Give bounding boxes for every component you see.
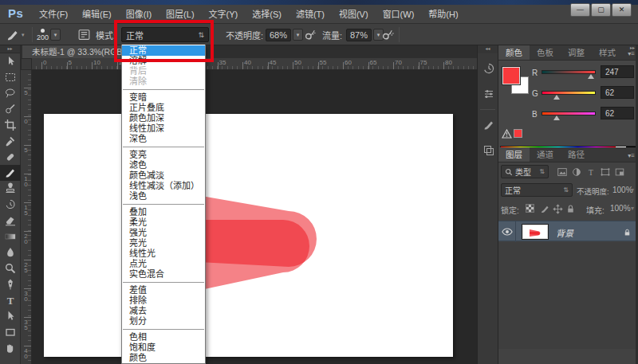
chevron-down-icon[interactable]: ▾	[631, 186, 634, 194]
menu-item-7[interactable]: 视图(V)	[332, 5, 376, 24]
blend-mode-option-强光[interactable]: 强光	[122, 228, 205, 238]
blend-mode-option-色相[interactable]: 色相	[122, 332, 205, 342]
flow-value-well[interactable]: 87%▾	[346, 24, 384, 45]
tool-preset-picker[interactable]: ▾	[6, 24, 25, 45]
hand-tool[interactable]	[0, 340, 21, 356]
blend-mode-option-滤色[interactable]: 滤色	[122, 160, 205, 170]
color-tab-样式[interactable]: 样式	[592, 45, 623, 60]
blend-mode-option-饱和度[interactable]: 饱和度	[122, 342, 205, 353]
menu-item-5[interactable]: 选择(S)	[245, 5, 289, 24]
color-tab-颜色[interactable]: 颜色	[498, 45, 530, 60]
menu-item-6[interactable]: 滤镜(T)	[289, 5, 332, 24]
document-canvas[interactable]	[44, 114, 453, 357]
blend-mode-option-柔光[interactable]: 柔光	[122, 217, 205, 228]
move-tool[interactable]	[0, 53, 21, 69]
rectangle-shape-tool[interactable]	[0, 324, 21, 340]
history-brush-tool[interactable]	[0, 197, 21, 213]
blur-tool[interactable]	[0, 245, 21, 260]
blend-mode-option-实色混合[interactable]: 实色混合	[122, 269, 205, 280]
layers-panel-menu-icon[interactable]: ▾≡	[628, 152, 635, 159]
flow-value[interactable]: 87%	[346, 29, 372, 41]
blend-mode-option-叠加[interactable]: 叠加	[122, 207, 205, 217]
channel-value[interactable]: 247	[601, 65, 634, 78]
blend-mode-option-差值[interactable]: 差值	[122, 285, 205, 296]
blend-mode-option-浅色[interactable]: 浅色	[122, 191, 205, 202]
clone-source-panel-icon[interactable]	[478, 140, 499, 161]
filter-adjustment-layers-icon[interactable]	[570, 166, 583, 178]
dodge-tool[interactable]	[0, 260, 21, 276]
menu-item-0[interactable]: 文件(F)	[32, 5, 75, 24]
layer-name[interactable]: 背景	[556, 226, 573, 239]
layer-opacity-value[interactable]: 100%	[612, 186, 633, 194]
opacity-dropdown-button[interactable]: ▾	[293, 29, 303, 41]
foreground-color-swatch[interactable]	[502, 67, 520, 84]
blend-mode-option-划分[interactable]: 划分	[122, 316, 205, 327]
blend-mode-option-点光[interactable]: 点光	[122, 259, 205, 269]
layer-filter-kind-dropdown[interactable]: 类型 ⇅	[501, 165, 549, 178]
blend-mode-option-颜色减淡[interactable]: 颜色减淡	[122, 170, 205, 181]
menu-item-8[interactable]: 窗口(W)	[376, 5, 422, 24]
color-tab-色板[interactable]: 色板	[530, 45, 561, 60]
blend-mode-option-深色[interactable]: 深色	[122, 134, 205, 144]
lock-pixels-icon[interactable]	[538, 202, 551, 215]
eraser-tool[interactable]	[0, 213, 21, 229]
history-panel-icon[interactable]	[478, 58, 499, 79]
background-layer-row[interactable]: 背景	[498, 221, 638, 241]
ruler-origin-corner[interactable]	[21, 58, 32, 70]
fill-value[interactable]: 100%	[610, 204, 631, 213]
menu-item-1[interactable]: 编辑(E)	[75, 5, 119, 24]
color-tab-调整[interactable]: 调整	[561, 45, 592, 60]
layer-blend-mode-dropdown[interactable]: 正常 ⇅	[501, 183, 573, 197]
minimize-button[interactable]: —	[570, 3, 590, 17]
collapse-panels-icon[interactable]: ▸▸	[630, 45, 635, 50]
channel-slider-track[interactable]	[542, 91, 596, 95]
filter-type-layers-icon[interactable]: T	[585, 166, 597, 178]
rectangular-marquee-tool[interactable]	[0, 69, 21, 85]
quick-selection-tool[interactable]	[0, 101, 21, 117]
blend-mode-option-正片叠底[interactable]: 正片叠底	[122, 103, 205, 113]
blend-mode-option-变暗[interactable]: 变暗	[122, 92, 205, 103]
brush-presets-panel-icon[interactable]	[478, 115, 499, 135]
lasso-tool[interactable]	[0, 85, 21, 101]
blend-mode-option-线性加深[interactable]: 线性加深	[122, 123, 205, 134]
maximize-button[interactable]: ▢	[591, 3, 611, 17]
spot-healing-brush-tool[interactable]	[0, 149, 21, 165]
eyedropper-tool[interactable]	[0, 133, 21, 149]
color-panel-menu-icon[interactable]: ▾≡	[628, 50, 635, 57]
layers-tab-通道[interactable]: 通道	[530, 147, 561, 162]
gradient-tool[interactable]	[0, 229, 21, 245]
menu-item-9[interactable]: 帮助(H)	[421, 5, 465, 24]
layers-tab-图层[interactable]: 图层	[498, 147, 530, 162]
filter-shape-layers-icon[interactable]	[599, 166, 612, 178]
channel-slider-thumb[interactable]	[588, 74, 594, 79]
blend-mode-option-亮光[interactable]: 亮光	[122, 238, 205, 249]
gamut-color-swatch[interactable]	[514, 129, 522, 138]
toggle-brush-panel-button[interactable]	[77, 24, 91, 45]
channel-value[interactable]: 62	[601, 107, 634, 119]
path-selection-tool[interactable]	[0, 308, 21, 324]
blend-mode-option-颜色加深[interactable]: 颜色加深	[122, 113, 205, 123]
lock-transparency-icon[interactable]	[526, 204, 534, 213]
brush-tool[interactable]	[0, 165, 21, 181]
clone-stamp-tool[interactable]	[0, 181, 21, 197]
expand-panels-icon[interactable]: ◂◂	[478, 45, 498, 53]
filter-pixel-layers-icon[interactable]	[556, 166, 569, 178]
layers-tab-路径[interactable]: 路径	[561, 147, 592, 162]
brush-size-dropdown-button[interactable]: ▾	[50, 29, 61, 41]
collapse-tools-icon[interactable]: ▸▸	[0, 45, 20, 53]
close-button[interactable]: ✕	[612, 3, 632, 17]
blend-mode-option-线性光[interactable]: 线性光	[122, 249, 205, 259]
filter-smart-objects-icon[interactable]	[613, 166, 626, 178]
horizontal-type-tool[interactable]: T	[0, 292, 21, 308]
pen-tool[interactable]	[0, 276, 21, 292]
chevron-down-icon[interactable]: ▾	[631, 205, 634, 212]
gamut-warning-icon[interactable]	[502, 127, 512, 142]
blend-mode-option-排除[interactable]: 排除	[122, 296, 205, 306]
blend-mode-option-颜色[interactable]: 颜色	[122, 353, 205, 363]
lock-all-icon[interactable]	[564, 202, 577, 215]
channel-value[interactable]: 62	[601, 86, 634, 99]
opacity-value-well[interactable]: 68%▾	[266, 24, 303, 45]
properties-panel-icon[interactable]	[478, 84, 499, 104]
blend-mode-option-减去[interactable]: 减去	[122, 306, 205, 316]
channel-slider-track[interactable]	[542, 112, 596, 115]
